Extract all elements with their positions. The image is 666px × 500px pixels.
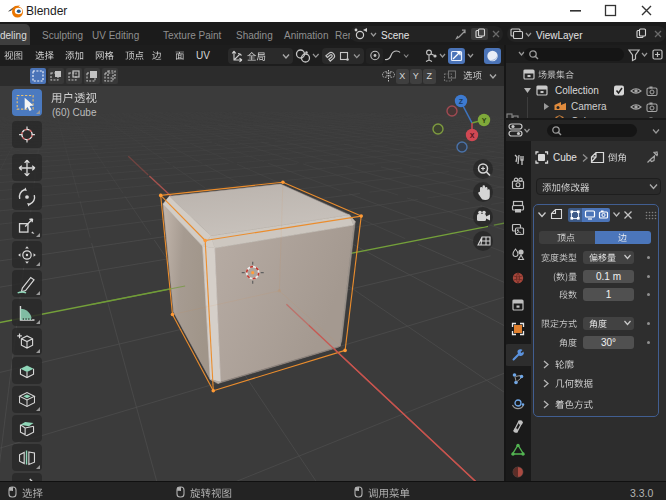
svg-text:Y: Y: [482, 117, 487, 124]
svg-text:X: X: [470, 132, 475, 139]
svg-text:Z: Z: [459, 98, 464, 105]
